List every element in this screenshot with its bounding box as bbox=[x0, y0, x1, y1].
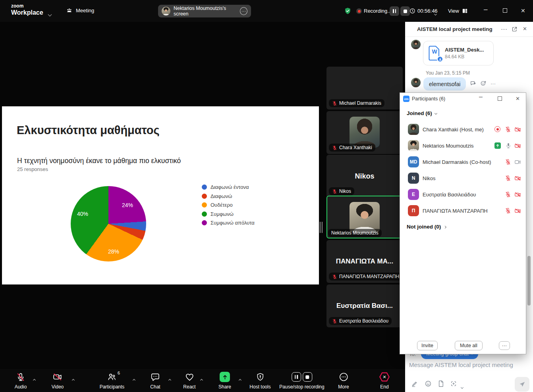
participants-button[interactable]: 6 Participants bbox=[100, 372, 125, 390]
reply-in-thread-icon[interactable] bbox=[470, 80, 476, 86]
mic-muted-icon[interactable] bbox=[505, 159, 511, 165]
message-more-button[interactable]: ··· bbox=[491, 81, 496, 86]
camera-off-icon[interactable] bbox=[514, 126, 521, 133]
mic-on-icon[interactable] bbox=[505, 142, 512, 149]
joined-section-header[interactable]: Joined (6) bbox=[407, 110, 437, 116]
participants-minimize-button[interactable]: – bbox=[479, 93, 483, 100]
video-strip-drag-handle[interactable] bbox=[320, 222, 323, 233]
legend-label: Ουδέτερο bbox=[210, 202, 233, 208]
camera-off-icon[interactable] bbox=[514, 208, 521, 214]
shared-screen-pill[interactable]: Nektarios Moumoutzis's screen ··· bbox=[158, 5, 251, 17]
share-options-chevron-icon[interactable] bbox=[239, 376, 241, 383]
participants-more-button[interactable]: ··· bbox=[499, 341, 510, 350]
close-window-button[interactable]: ✕ bbox=[521, 8, 525, 14]
view-layout-icon[interactable] bbox=[462, 8, 468, 14]
video-options-chevron-icon[interactable] bbox=[72, 376, 74, 383]
screen-capture-icon[interactable] bbox=[450, 380, 457, 387]
host-tools-button[interactable]: Host tools bbox=[249, 372, 270, 390]
shared-slide: Ελκυστικότητα μαθήματος Η τεχνητή νοημοσ… bbox=[2, 106, 319, 284]
camera-off-icon[interactable] bbox=[514, 175, 521, 182]
slide-title: Ελκυστικότητα μαθήματος bbox=[17, 124, 160, 137]
mic-muted-icon[interactable] bbox=[505, 126, 511, 133]
participant-row-panagiota[interactable]: Π ΠΑΝΑΓΙΩΤΑ ΜΑΝΤΖΑΡΑΠΗ bbox=[400, 203, 526, 219]
message-actions: ··· bbox=[470, 80, 496, 86]
pause-recording-icon[interactable] bbox=[292, 372, 301, 382]
video-tile-panagiota[interactable]: ΠΑΝΑΓΙΩΤΑ ΜΑ... ΠΑΝΑΓΙΩΤΑ ΜΑΝΤΖΑΡΑΠΗ bbox=[326, 240, 403, 283]
attach-file-icon[interactable] bbox=[437, 380, 444, 387]
chat-button[interactable]: Chat bbox=[150, 372, 160, 390]
participants-maximize-button[interactable] bbox=[498, 96, 502, 101]
camera-on-icon[interactable] bbox=[514, 159, 521, 165]
audio-button[interactable]: Audio bbox=[15, 372, 27, 390]
video-tile-michael[interactable]: Michael Darmarakis bbox=[326, 67, 403, 110]
pause-recording-button[interactable] bbox=[390, 6, 399, 16]
minimize-button[interactable]: – bbox=[484, 6, 487, 13]
participants-options-chevron-icon[interactable] bbox=[133, 376, 135, 383]
stop-recording-button[interactable] bbox=[400, 6, 410, 16]
more-ellipsis-icon bbox=[339, 372, 348, 382]
emoji-icon[interactable] bbox=[425, 380, 432, 387]
send-message-button[interactable] bbox=[515, 377, 529, 392]
timer-chevron-icon[interactable] bbox=[435, 10, 436, 17]
camera-off-icon[interactable] bbox=[514, 191, 521, 198]
video-button[interactable]: Video bbox=[52, 372, 64, 390]
pie-legend: Διαφωνώ έντονα Διαφωνώ Ουδέτερο Συμφωνώ … bbox=[202, 184, 255, 226]
mute-all-button[interactable]: Mute all bbox=[455, 341, 483, 350]
participant-row-chara[interactable]: Chara Xanthaki (Host, me) bbox=[400, 121, 526, 138]
tab-meeting[interactable]: Meeting bbox=[66, 7, 94, 14]
pop-out-icon[interactable] bbox=[512, 26, 518, 32]
video-tile-eustratia[interactable]: Ευστρατία Βασι... Ευστρατία Βασιλειάδου bbox=[326, 284, 403, 327]
video-tile-nektarios-active[interactable]: Nektarios Moumoutzis bbox=[326, 196, 403, 238]
audio-options-chevron-icon[interactable] bbox=[33, 376, 35, 383]
avatar bbox=[162, 7, 170, 15]
maximize-button[interactable] bbox=[503, 8, 507, 13]
add-reaction-icon[interactable] bbox=[480, 80, 487, 86]
mic-muted-icon[interactable] bbox=[505, 208, 511, 214]
camera-off-icon[interactable] bbox=[514, 142, 521, 149]
participants-close-button[interactable]: ✕ bbox=[516, 96, 520, 102]
chat-options-chevron-icon[interactable] bbox=[169, 376, 171, 383]
mic-muted-icon[interactable] bbox=[505, 175, 511, 181]
react-options-chevron-icon[interactable] bbox=[201, 376, 203, 383]
video-tile-chara[interactable]: Chara Xanthaki bbox=[326, 111, 403, 154]
avatar bbox=[408, 124, 419, 135]
screen-options-button[interactable]: ··· bbox=[240, 7, 247, 15]
participant-row-nektarios[interactable]: Nektarios Moumoutzis bbox=[400, 138, 526, 154]
chat-bubble-icon bbox=[151, 373, 160, 382]
message-input[interactable]: Message AISTEM local project meeting bbox=[409, 361, 513, 368]
share-button[interactable]: Share bbox=[218, 372, 231, 390]
legend-label: Διαφωνώ έντονα bbox=[210, 184, 249, 190]
format-text-icon[interactable] bbox=[411, 380, 418, 387]
participants-titlebar[interactable]: zm Participants (6) – ✕ bbox=[400, 93, 526, 105]
clock-icon bbox=[409, 8, 415, 14]
not-joined-section-header[interactable]: Not joined (0) bbox=[407, 224, 446, 230]
stop-recording-icon[interactable] bbox=[303, 372, 312, 382]
workspace-chevron-icon[interactable] bbox=[48, 10, 51, 17]
stop-icon bbox=[404, 10, 407, 13]
chat-close-button[interactable]: ✕ bbox=[523, 26, 527, 32]
participant-row-michael[interactable]: MD Michael Darmarakis (Co-host) bbox=[400, 154, 526, 170]
download-badge-icon[interactable] bbox=[437, 56, 443, 62]
chat-message-bubble[interactable]: elementsofai bbox=[423, 77, 466, 90]
compose-options-chevron-icon[interactable] bbox=[461, 383, 463, 390]
react-button[interactable]: React bbox=[183, 372, 195, 390]
chat-scrollbar[interactable] bbox=[527, 256, 531, 306]
participant-row-nikos[interactable]: N Nikos bbox=[400, 170, 526, 186]
ellipsis-icon: ··· bbox=[241, 9, 246, 13]
invite-button[interactable]: Invite bbox=[417, 341, 438, 350]
end-meeting-button[interactable]: ✕ End bbox=[379, 372, 390, 390]
chat-more-button[interactable]: ··· bbox=[501, 26, 507, 33]
participant-name: Ευστρατία Βασιλειάδου bbox=[423, 192, 476, 198]
video-tile-nikos[interactable]: Nikos Nektarios MoumoutzisNikos bbox=[326, 155, 403, 198]
pause-stop-recording-button[interactable]: Pause/stop recording bbox=[279, 372, 324, 390]
participant-name: ΠΑΝΑΓΙΩΤΑ ΜΑΝΤΖΑΡΑΠΗ bbox=[423, 208, 488, 214]
participant-name: Michael Darmarakis (Co-host) bbox=[423, 159, 491, 165]
file-attachment-card[interactable]: W AISTEM_Desk... 84.64 KB bbox=[423, 41, 494, 65]
end-octagon-icon: ✕ bbox=[379, 372, 390, 382]
participant-row-eustratia[interactable]: E Ευστρατία Βασιλειάδου bbox=[400, 186, 526, 203]
security-shield-icon[interactable] bbox=[344, 7, 351, 15]
view-button[interactable]: View bbox=[448, 8, 459, 14]
file-size: 84.64 KB bbox=[445, 54, 484, 60]
mic-muted-icon[interactable] bbox=[505, 191, 511, 198]
more-button[interactable]: More bbox=[338, 372, 349, 390]
